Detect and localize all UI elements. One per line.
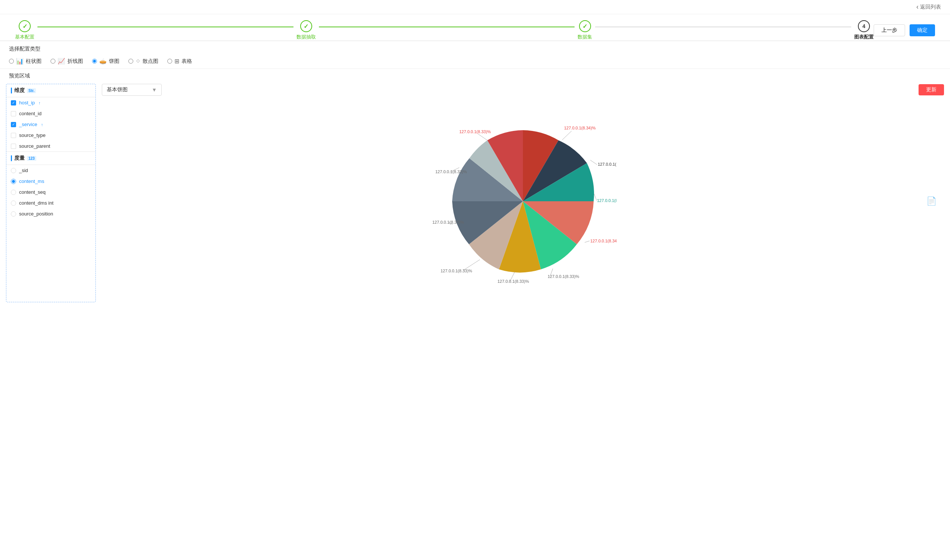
meas-_sid[interactable]: _sid [6, 165, 96, 176]
chart-type-table-label: 表格 [182, 58, 192, 65]
connector-2 [590, 160, 597, 165]
update-button[interactable]: 更新 [919, 84, 944, 95]
dim-host_ip-label: host_ip [19, 100, 35, 106]
preview-label: 预览区域 [0, 69, 950, 79]
pie-label-rm: 127.0.0.1(8.34)% [597, 198, 617, 203]
dim-source_parent-checkbox[interactable] [11, 144, 16, 149]
step-line-2 [319, 26, 575, 27]
meas-_sid-label: _sid [19, 168, 28, 173]
dim-_service-checkbox[interactable]: ✓ [11, 122, 16, 127]
chart-subtype-dropdown[interactable]: 基本饼图 ▼ [102, 84, 162, 96]
dim-host_ip[interactable]: ✓ host_ip ↑ [6, 97, 96, 108]
dim-host_ip-checkbox[interactable]: ✓ [11, 100, 16, 106]
meas-_sid-radio[interactable] [11, 168, 16, 173]
chart-type-scatter-radio[interactable] [128, 59, 133, 64]
dimension-title: 维度 [14, 87, 25, 94]
meas-source_position-label: source_position [19, 211, 53, 217]
step-basic-config: 基本配置 [15, 20, 34, 40]
meas-content_seq-label: content_seq [19, 189, 46, 195]
dim-_service[interactable]: ✓ _service ↑ [6, 119, 96, 130]
main-content: 维度 Str. ✓ host_ip ↑ content_id ✓ _servic… [0, 79, 950, 307]
chart-type-bar-label: 柱状图 [26, 58, 42, 65]
meas-content_seq[interactable]: content_seq [6, 187, 96, 197]
chart-type-pie-radio[interactable] [92, 59, 97, 64]
chart-type-pie[interactable]: 🥧 饼图 [92, 58, 119, 65]
step3-circle [579, 20, 591, 32]
pie-label-br: 127.0.0.1(8.33)% [547, 274, 580, 279]
dimension-section-title: 维度 Str. [6, 84, 96, 97]
connector-10 [478, 134, 487, 140]
prev-button[interactable]: 上一步 [874, 24, 905, 36]
measure-bar [11, 155, 12, 161]
chart-type-line-radio[interactable] [51, 59, 56, 64]
step4-label: 图表配置 [854, 34, 874, 40]
right-panel: 基本饼图 ▼ 更新 [96, 79, 950, 307]
chart-types: 📊 柱状图 📈 折线图 🥧 饼图 ⁘ 散点图 ⊞ 表格 [0, 54, 950, 69]
config-type-label: 选择配置类型 [0, 41, 950, 54]
dim-content_id-checkbox[interactable] [11, 111, 16, 116]
confirm-button[interactable]: 确定 [910, 24, 935, 36]
document-icon[interactable]: 📄 [927, 196, 936, 206]
line-chart-icon: 📈 [58, 58, 65, 65]
chart-type-bar[interactable]: 📊 柱状图 [9, 58, 42, 65]
chart-type-line-label: 折线图 [67, 58, 83, 65]
meas-content_seq-radio[interactable] [11, 190, 16, 195]
chart-type-pie-label: 饼图 [109, 58, 119, 65]
pie-label-tr1: 127.0.0.1(8.34)% [564, 126, 596, 130]
dim-_service-label: _service [19, 122, 37, 127]
meas-content_ms-label: content_ms [19, 178, 44, 184]
meas-content_ms-radio[interactable] [11, 179, 16, 184]
connector-1 [562, 131, 572, 140]
bar-chart-icon: 📊 [16, 58, 23, 65]
step-chart-config: 4 图表配置 [854, 20, 874, 40]
chart-type-bar-radio[interactable] [9, 59, 14, 64]
dim-_service-arrow: ↑ [41, 122, 43, 127]
pie-label-bl: 127.0.0.1(8.33)% [441, 269, 472, 273]
dim-content_id-label: content_id [19, 111, 42, 116]
chart-type-scatter[interactable]: ⁘ 散点图 [128, 58, 158, 65]
table-chart-icon: ⊞ [174, 58, 179, 65]
meas-source_position[interactable]: source_position [6, 208, 96, 219]
dim-source_type[interactable]: source_type [6, 130, 96, 141]
dim-content_id[interactable]: content_id [6, 108, 96, 119]
measure-badge: 123 [27, 156, 36, 161]
stepper-actions: 上一步 确定 [874, 24, 935, 36]
connector-3 [594, 194, 597, 200]
step-line-1 [37, 26, 293, 27]
pie-chart-svg: 127.0.0.1(8.34)% 127.0.0.1(8.34)% 127.0.… [429, 108, 617, 295]
chart-subtype-label: 基本饼图 [107, 86, 128, 93]
dim-source_parent[interactable]: source_parent [6, 141, 96, 151]
pie-chart-icon: 🥧 [99, 58, 107, 65]
step-data-extract: 数据抽取 [296, 20, 316, 40]
meas-content_dms[interactable]: content_dms int [6, 197, 96, 208]
step3-label: 数据集 [578, 34, 592, 40]
dimension-badge: Str. [27, 88, 36, 93]
chart-type-table-radio[interactable] [167, 59, 172, 64]
chart-type-scatter-label: 散点图 [143, 58, 158, 65]
meas-content_dms-radio[interactable] [11, 200, 16, 206]
step-dataset: 数据集 [578, 20, 592, 40]
pie-label-lt: 127.0.0.1(8.33)% [435, 169, 467, 174]
chart-sub-header: 基本饼图 ▼ 更新 [102, 84, 944, 96]
dim-source_type-checkbox[interactable] [11, 133, 16, 138]
pie-label-tl: 127.0.0.1(8.33)% [459, 129, 491, 134]
chart-type-line[interactable]: 📈 折线图 [51, 58, 83, 65]
left-panel: 维度 Str. ✓ host_ip ↑ content_id ✓ _servic… [6, 84, 96, 302]
step2-label: 数据抽取 [296, 34, 316, 40]
pie-label-bm: 127.0.0.1(8.33)% [497, 279, 529, 283]
dim-source_parent-label: source_parent [19, 143, 50, 149]
chevron-down-icon: ▼ [151, 87, 157, 93]
meas-source_position-radio[interactable] [11, 211, 16, 217]
step1-circle [19, 20, 31, 32]
back-link[interactable]: 返回列表 [916, 3, 941, 11]
dimension-bar [11, 88, 12, 94]
top-nav: 返回列表 [0, 0, 950, 14]
meas-content_ms[interactable]: content_ms [6, 176, 96, 187]
stepper: 基本配置 数据抽取 数据集 4 图表配置 [15, 20, 874, 40]
step1-label: 基本配置 [15, 34, 34, 40]
scatter-chart-icon: ⁘ [136, 58, 140, 65]
connector-4 [584, 241, 589, 242]
step-line-3 [595, 26, 851, 27]
step2-circle [300, 20, 312, 32]
chart-type-table[interactable]: ⊞ 表格 [167, 58, 192, 65]
